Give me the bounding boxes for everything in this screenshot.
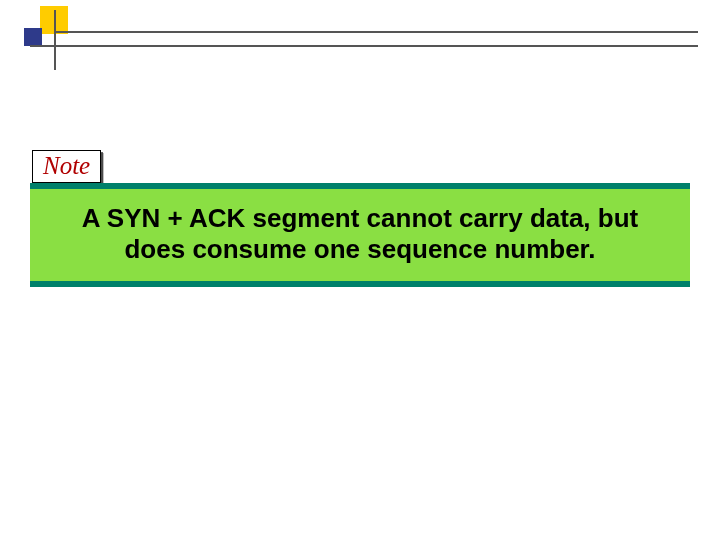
callout-bottom-bar	[30, 281, 690, 287]
corner-square-blue	[24, 28, 42, 46]
callout: A SYN + ACK segment cannot carry data, b…	[30, 183, 690, 287]
callout-text: A SYN + ACK segment cannot carry data, b…	[30, 189, 690, 281]
slide-canvas: Note A SYN + ACK segment cannot carry da…	[0, 0, 720, 540]
note-label: Note	[32, 150, 101, 183]
corner-rule-vertical	[54, 10, 56, 70]
corner-rule-bottom	[30, 45, 698, 47]
corner-rule-top	[54, 31, 698, 33]
